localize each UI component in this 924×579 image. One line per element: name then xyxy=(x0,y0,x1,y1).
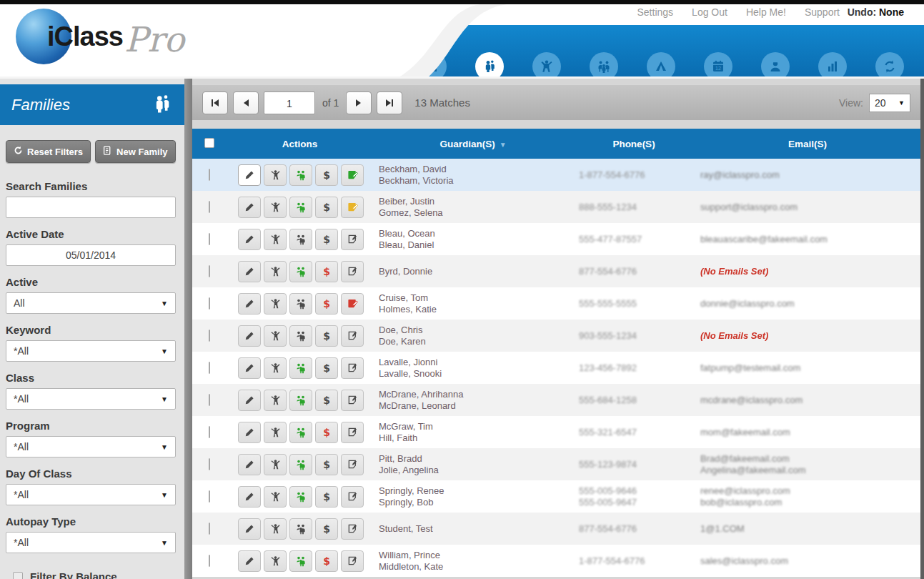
row-checkbox[interactable] xyxy=(209,233,210,245)
notes-button[interactable] xyxy=(341,550,364,572)
row-checkbox[interactable] xyxy=(209,458,210,470)
class-select[interactable]: *All▼ xyxy=(6,388,176,410)
family-members-button[interactable] xyxy=(289,550,312,572)
edit-family-button[interactable] xyxy=(238,261,261,282)
financials-button[interactable]: $ xyxy=(315,197,338,218)
financials-button[interactable]: $ xyxy=(315,164,338,186)
row-checkbox[interactable] xyxy=(209,523,210,535)
view-students-button[interactable] xyxy=(264,454,287,475)
actions-header[interactable]: Actions xyxy=(227,129,373,159)
notes-button[interactable] xyxy=(341,518,364,540)
previous-page-button[interactable] xyxy=(233,91,259,114)
view-students-button[interactable] xyxy=(264,325,287,347)
reset-filters-button[interactable]: Reset Filters xyxy=(6,140,91,163)
family-members-button[interactable] xyxy=(289,229,312,250)
filter-by-balance-checkbox[interactable] xyxy=(13,572,23,579)
notes-button[interactable] xyxy=(341,197,364,218)
edit-family-button[interactable] xyxy=(238,390,261,411)
financials-button[interactable]: $ xyxy=(315,454,338,475)
autopay-type-select[interactable]: *All▼ xyxy=(6,532,176,553)
view-students-button[interactable] xyxy=(264,486,287,508)
logout-link[interactable]: Log Out xyxy=(692,6,727,18)
active-date-input[interactable]: 05/01/2014 xyxy=(6,244,176,266)
search-families-input[interactable] xyxy=(6,197,176,218)
email-header[interactable]: Email(S) xyxy=(695,129,920,159)
edit-family-button[interactable] xyxy=(238,454,261,475)
new-family-button[interactable]: New Family xyxy=(95,140,176,163)
view-students-button[interactable] xyxy=(264,197,287,218)
view-students-button[interactable] xyxy=(264,550,287,572)
notes-button[interactable] xyxy=(341,454,364,475)
financials-button[interactable]: $ xyxy=(315,325,338,347)
financials-button[interactable]: $ xyxy=(315,357,338,379)
phone-header[interactable]: Phone(S) xyxy=(573,129,695,159)
family-members-button[interactable] xyxy=(289,197,312,218)
view-count-select[interactable]: 20 ▼ xyxy=(869,94,910,112)
view-students-button[interactable] xyxy=(264,422,287,443)
view-students-button[interactable] xyxy=(264,357,287,379)
row-checkbox[interactable] xyxy=(209,426,210,438)
financials-button[interactable]: $ xyxy=(315,550,338,572)
edit-family-button[interactable] xyxy=(238,357,261,379)
support-link[interactable]: Support xyxy=(805,6,840,18)
notes-button[interactable] xyxy=(341,422,364,443)
row-checkbox[interactable] xyxy=(209,265,210,277)
financials-button[interactable]: $ xyxy=(315,486,338,508)
settings-link[interactable]: Settings xyxy=(637,6,674,18)
financials-button[interactable]: $ xyxy=(315,229,338,250)
family-members-button[interactable] xyxy=(289,293,312,315)
financials-button[interactable]: $ xyxy=(315,293,338,315)
financials-button[interactable]: $ xyxy=(315,261,338,282)
row-checkbox[interactable] xyxy=(209,201,210,213)
family-members-button[interactable] xyxy=(289,357,312,379)
active-select[interactable]: All▼ xyxy=(6,292,176,314)
family-members-button[interactable] xyxy=(289,390,312,411)
view-students-button[interactable] xyxy=(264,390,287,411)
notes-button[interactable] xyxy=(341,261,364,282)
view-students-button[interactable] xyxy=(264,164,287,186)
notes-button[interactable] xyxy=(341,229,364,250)
edit-family-button[interactable] xyxy=(238,164,261,186)
edit-family-button[interactable] xyxy=(238,486,261,508)
view-students-button[interactable] xyxy=(264,261,287,282)
keyword-select[interactable]: *All▼ xyxy=(6,340,176,362)
notes-button[interactable] xyxy=(341,390,364,411)
edit-family-button[interactable] xyxy=(238,293,261,315)
help-link[interactable]: Help Me! xyxy=(746,6,786,18)
select-all-checkbox[interactable] xyxy=(204,138,214,148)
family-members-button[interactable] xyxy=(289,518,312,540)
edit-family-button[interactable] xyxy=(238,422,261,443)
view-students-button[interactable] xyxy=(264,229,287,250)
notes-button[interactable] xyxy=(341,293,364,315)
row-checkbox[interactable] xyxy=(209,394,210,406)
family-members-button[interactable] xyxy=(289,325,312,347)
notes-button[interactable] xyxy=(341,164,364,186)
edit-family-button[interactable] xyxy=(238,197,261,218)
family-members-button[interactable] xyxy=(289,486,312,508)
family-members-button[interactable] xyxy=(289,164,312,186)
family-members-button[interactable] xyxy=(289,454,312,475)
view-students-button[interactable] xyxy=(264,293,287,315)
notes-button[interactable] xyxy=(341,357,364,379)
app-logo[interactable]: iClass Pro xyxy=(16,9,184,64)
edit-family-button[interactable] xyxy=(238,550,261,572)
last-page-button[interactable] xyxy=(377,91,402,114)
row-checkbox[interactable] xyxy=(209,297,210,310)
day-of-class-select[interactable]: *All▼ xyxy=(6,484,176,505)
edit-family-button[interactable] xyxy=(238,325,261,347)
guardian-header[interactable]: Guardian(S)▼ xyxy=(373,129,573,159)
view-students-button[interactable] xyxy=(264,518,287,540)
row-checkbox[interactable] xyxy=(209,330,210,342)
program-select[interactable]: *All▼ xyxy=(6,436,176,457)
page-number-input[interactable]: 1 xyxy=(264,91,315,114)
edit-family-button[interactable] xyxy=(238,518,261,540)
first-page-button[interactable] xyxy=(202,91,228,114)
row-checkbox[interactable] xyxy=(209,490,210,503)
next-page-button[interactable] xyxy=(346,91,372,114)
family-members-button[interactable] xyxy=(289,261,312,282)
financials-button[interactable]: $ xyxy=(315,518,338,540)
edit-family-button[interactable] xyxy=(238,229,261,250)
notes-button[interactable] xyxy=(341,486,364,508)
family-members-button[interactable] xyxy=(289,422,312,443)
financials-button[interactable]: $ xyxy=(315,390,338,411)
